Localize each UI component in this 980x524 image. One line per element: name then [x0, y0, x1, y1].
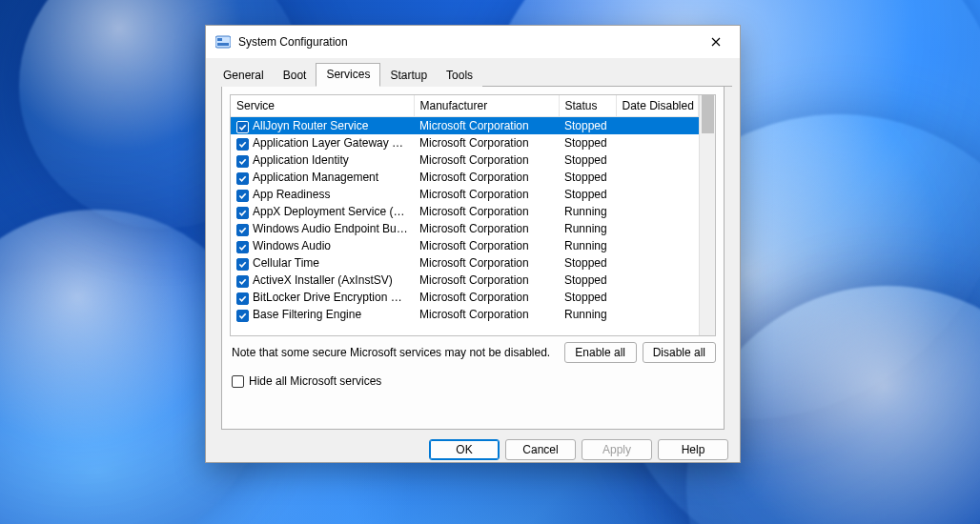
cell-manufacturer: Microsoft Corporation	[414, 289, 559, 306]
tabbar: GeneralBootServicesStartupTools	[214, 62, 732, 87]
table-row[interactable]: Cellular TimeMicrosoft CorporationStoppe…	[231, 254, 699, 272]
services-tabpane: Service Manufacturer Status Date Disable…	[221, 87, 725, 430]
service-name: Application Management	[253, 171, 378, 184]
ok-button[interactable]: OK	[429, 439, 500, 460]
table-row[interactable]: App ReadinessMicrosoft CorporationStoppe…	[231, 186, 699, 203]
cell-status: Running	[559, 203, 616, 220]
col-service[interactable]: Service	[231, 95, 414, 117]
cancel-button[interactable]: Cancel	[505, 439, 576, 460]
service-name: Cellular Time	[253, 256, 319, 270]
cell-status: Running	[559, 237, 616, 254]
table-row[interactable]: Application Layer Gateway ServiceMicroso…	[231, 134, 699, 151]
table-row[interactable]: AppX Deployment Service (AppX...Microsof…	[231, 203, 699, 220]
cell-status: Stopped	[559, 117, 616, 134]
cell-status: Stopped	[559, 186, 616, 203]
vertical-scrollbar[interactable]	[699, 95, 715, 335]
row-checkbox[interactable]	[236, 275, 249, 288]
close-icon	[711, 37, 721, 47]
table-row[interactable]: BitLocker Drive Encryption ServiceMicros…	[231, 289, 699, 306]
row-checkbox[interactable]	[236, 138, 249, 151]
service-name: AppX Deployment Service (AppX...	[253, 205, 414, 218]
cell-manufacturer: Microsoft Corporation	[414, 203, 559, 220]
row-checkbox[interactable]	[236, 190, 249, 202]
table-row[interactable]: ActiveX Installer (AxInstSV)Microsoft Co…	[231, 272, 699, 289]
tab-boot[interactable]: Boot	[274, 65, 316, 87]
col-date-disabled[interactable]: Date Disabled	[616, 95, 699, 117]
cell-date_disabled	[616, 220, 699, 237]
service-name: Windows Audio	[253, 239, 331, 252]
table-row[interactable]: Application ManagementMicrosoft Corporat…	[231, 169, 699, 186]
cell-status: Running	[559, 220, 616, 237]
hide-ms-services-checkbox[interactable]	[232, 375, 244, 388]
row-checkbox[interactable]	[236, 292, 249, 305]
table-row[interactable]: AllJoyn Router ServiceMicrosoft Corporat…	[231, 117, 699, 134]
tab-general[interactable]: General	[214, 65, 274, 87]
cell-status: Stopped	[559, 134, 616, 151]
cell-manufacturer: Microsoft Corporation	[414, 134, 559, 151]
cell-manufacturer: Microsoft Corporation	[414, 272, 559, 289]
row-checkbox[interactable]	[236, 310, 249, 322]
titlebar[interactable]: System Configuration	[206, 26, 740, 58]
tab-services[interactable]: Services	[316, 63, 380, 87]
table-row[interactable]: Base Filtering EngineMicrosoft Corporati…	[231, 306, 699, 323]
service-name: Base Filtering Engine	[253, 308, 361, 321]
service-name: Application Identity	[253, 153, 349, 167]
tab-startup[interactable]: Startup	[380, 65, 437, 87]
cell-status: Stopped	[559, 169, 616, 186]
row-checkbox[interactable]	[236, 241, 249, 253]
row-checkbox[interactable]	[236, 121, 249, 133]
help-button[interactable]: Help	[658, 439, 728, 460]
col-status[interactable]: Status	[559, 95, 616, 117]
service-name: App Readiness	[253, 188, 330, 201]
table-row[interactable]: Application IdentityMicrosoft Corporatio…	[231, 151, 699, 169]
dialog-footer: OK Cancel Apply Help	[206, 430, 740, 460]
row-checkbox[interactable]	[236, 207, 249, 219]
cell-status: Stopped	[559, 151, 616, 169]
cell-date_disabled	[616, 134, 699, 151]
cell-manufacturer: Microsoft Corporation	[414, 186, 559, 203]
tab-tools[interactable]: Tools	[437, 65, 482, 87]
row-checkbox[interactable]	[236, 172, 249, 185]
cell-date_disabled	[616, 117, 699, 134]
cell-manufacturer: Microsoft Corporation	[414, 169, 559, 186]
cell-date_disabled	[616, 186, 699, 203]
table-row[interactable]: Windows Audio Endpoint BuilderMicrosoft …	[231, 220, 699, 237]
row-checkbox[interactable]	[236, 224, 249, 236]
cell-manufacturer: Microsoft Corporation	[414, 254, 559, 272]
scrollbar-thumb[interactable]	[702, 95, 714, 133]
service-name: Windows Audio Endpoint Builder	[253, 222, 414, 235]
cell-manufacturer: Microsoft Corporation	[414, 237, 559, 254]
service-name: ActiveX Installer (AxInstSV)	[253, 273, 393, 287]
cell-manufacturer: Microsoft Corporation	[414, 306, 559, 323]
cell-status: Stopped	[559, 272, 616, 289]
service-name: AllJoyn Router Service	[253, 119, 368, 132]
cell-manufacturer: Microsoft Corporation	[414, 151, 559, 169]
cell-status: Stopped	[559, 289, 616, 306]
cell-date_disabled	[616, 237, 699, 254]
close-button[interactable]	[694, 28, 738, 56]
services-table: Service Manufacturer Status Date Disable…	[230, 94, 716, 336]
table-row[interactable]: Windows AudioMicrosoft CorporationRunnin…	[231, 237, 699, 254]
col-manufacturer[interactable]: Manufacturer	[414, 95, 559, 117]
row-checkbox[interactable]	[236, 155, 249, 168]
cell-date_disabled	[616, 151, 699, 169]
svg-rect-2	[217, 43, 229, 46]
cell-date_disabled	[616, 306, 699, 323]
apply-button[interactable]: Apply	[582, 439, 652, 460]
hide-ms-services-label[interactable]: Hide all Microsoft services	[249, 374, 381, 388]
note-text: Note that some secure Microsoft services…	[230, 346, 550, 359]
system-configuration-window: System Configuration GeneralBootServices…	[205, 25, 741, 463]
row-checkbox[interactable]	[236, 258, 249, 271]
cell-date_disabled	[616, 203, 699, 220]
svg-rect-1	[217, 38, 222, 41]
cell-manufacturer: Microsoft Corporation	[414, 117, 559, 134]
cell-date_disabled	[616, 289, 699, 306]
cell-manufacturer: Microsoft Corporation	[414, 220, 559, 237]
cell-date_disabled	[616, 272, 699, 289]
svg-rect-0	[215, 36, 231, 48]
enable-all-button[interactable]: Enable all	[564, 342, 637, 363]
msconfig-icon	[215, 34, 231, 50]
cell-status: Running	[559, 306, 616, 323]
window-title: System Configuration	[238, 35, 348, 49]
disable-all-button[interactable]: Disable all	[643, 342, 716, 363]
